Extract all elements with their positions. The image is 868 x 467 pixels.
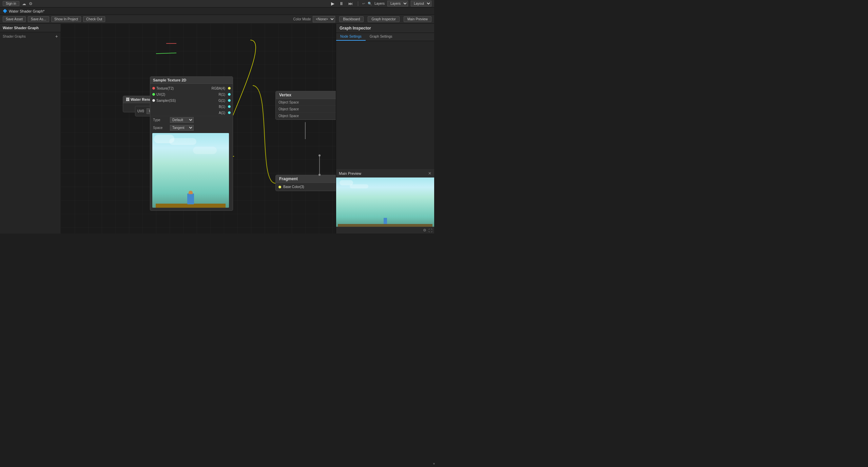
vertex-position-space: Object Space xyxy=(278,100,306,104)
main-preview-image xyxy=(336,178,434,227)
a-output-port xyxy=(228,111,231,114)
layout-dropdown[interactable]: Layout xyxy=(411,1,431,6)
r-output-row: R(1) xyxy=(192,91,233,97)
main-preview-close-icon[interactable]: ✕ xyxy=(428,171,431,176)
gear-icon[interactable]: ⚙ xyxy=(29,1,33,6)
node-settings-tab[interactable]: Node Settings xyxy=(336,33,366,41)
g-output-row: G(1) xyxy=(192,97,233,104)
fragment-node-body: Base Color(3) xyxy=(276,183,336,191)
sample-texture-inputs: Texture(T2) UV(2) Sampler(SS) xyxy=(150,85,192,116)
sample-texture-title: Sample Texture 2D xyxy=(153,78,186,82)
sampler-input-row: Sampler(SS) xyxy=(150,97,192,104)
add-shader-graph-button[interactable]: + xyxy=(55,34,58,39)
sample-texture-body: Texture(T2) UV(2) Sampler(SS) xyxy=(150,84,233,210)
canvas-area[interactable]: 🖼 Water Rende... UV0 UV0 xyxy=(61,24,336,234)
g-output-label: G(1) xyxy=(218,99,225,102)
graph-settings-tab[interactable]: Graph Settings xyxy=(366,33,397,41)
vertex-node[interactable]: Vertex Object Space Position(3) Object S… xyxy=(275,91,336,120)
fragment-base-color-port xyxy=(278,186,281,188)
step-button[interactable]: ⏭ xyxy=(347,1,354,6)
vertex-normal-row: Object Space Normal(3) xyxy=(276,106,336,113)
texture-input-label: Texture(T2) xyxy=(156,87,174,90)
inspector-tabs: Node Settings Graph Settings xyxy=(336,33,434,41)
layers-label: Layers xyxy=(374,2,385,5)
color-mode-label: Color Mode xyxy=(293,17,311,21)
signin-button[interactable]: Sign in xyxy=(3,1,19,6)
space-dropdown[interactable]: Tangent xyxy=(170,125,194,131)
preview-toolbar: ⚙ ⛶ xyxy=(336,227,434,234)
check-out-button[interactable]: Check Out xyxy=(83,16,105,22)
main-layout: Water Shader Graph Shader Graphs + ▼ 🖼 W xyxy=(0,24,434,234)
graph-inspector-button[interactable]: Graph Inspector xyxy=(368,16,400,22)
vertex-tangent-space: Object Space xyxy=(278,114,306,118)
preview-mini-character xyxy=(384,218,387,224)
fragment-node[interactable]: Fragment Base Color(3) xyxy=(275,175,336,191)
fragment-base-color-label: Base Color(3) xyxy=(283,185,304,189)
top-bar: Sign in ☁ ⚙ ▶ ⏸ ⏭ ↩ 🔍 Layers Layers Layo… xyxy=(0,0,434,7)
save-as-button[interactable]: Save As... xyxy=(28,16,49,22)
save-asset-button[interactable]: Save Asset xyxy=(3,16,26,22)
g-output-port xyxy=(228,99,231,102)
b-output-row: B(1) xyxy=(192,104,233,110)
r-output-port xyxy=(228,93,231,96)
rgba-output-port xyxy=(228,87,231,90)
vertex-node-header: Vertex xyxy=(276,91,336,99)
preview-ground xyxy=(338,224,432,227)
cloud-2 xyxy=(169,138,196,145)
toolbar: Save Asset Save As... Show In Project Ch… xyxy=(0,15,434,24)
left-panel-list xyxy=(0,40,61,234)
fragment-node-header: Fragment xyxy=(276,175,336,183)
search-icon: 🔍 xyxy=(368,2,372,5)
texture-input-port xyxy=(152,87,155,90)
uv-input-port xyxy=(152,93,155,96)
rgba-output-label: RGBA(4) xyxy=(211,87,225,90)
b-output-port xyxy=(228,105,231,108)
main-preview-title: Main Preview xyxy=(339,171,361,175)
vertex-normal-space: Object Space xyxy=(278,107,306,111)
uv-input-row: UV(2) xyxy=(150,91,192,97)
main-preview-button[interactable]: Main Preview xyxy=(404,16,431,22)
inspector-content xyxy=(336,41,434,169)
sample-texture-outputs: RGBA(4) R(1) G(1) B(1) xyxy=(192,85,233,116)
fragment-base-color-row: Base Color(3) xyxy=(276,183,336,191)
blackboard-button[interactable]: Blackboard xyxy=(339,16,364,22)
layers-dropdown[interactable]: Layers xyxy=(387,1,408,6)
show-in-project-button[interactable]: Show In Project xyxy=(51,16,81,22)
right-panel: Graph Inspector Node Settings Graph Sett… xyxy=(336,24,434,234)
preview-settings-icon[interactable]: ⚙ xyxy=(423,228,426,232)
vertex-position-row: Object Space Position(3) xyxy=(276,99,336,106)
sample-texture-header: Sample Texture 2D xyxy=(150,77,233,84)
main-preview-panel: Main Preview ✕ ⚙ ⛶ xyxy=(336,169,434,234)
left-panel: Water Shader Graph Shader Graphs + ▼ xyxy=(0,24,61,234)
top-bar-right: ▶ ⏸ ⏭ ↩ 🔍 Layers Layers Layout xyxy=(330,1,431,6)
a-output-label: A(1) xyxy=(219,111,225,115)
undo-icon: ↩ xyxy=(362,2,365,5)
uv-input-label: UV(2) xyxy=(156,93,165,96)
svg-point-4 xyxy=(319,154,321,156)
shader-graphs-row: Shader Graphs + xyxy=(0,32,61,40)
pause-button[interactable]: ⏸ xyxy=(338,1,345,6)
type-row: Type Default xyxy=(150,116,233,124)
shader-graphs-label: Shader Graphs xyxy=(3,35,26,38)
sample-texture-node[interactable]: Sample Texture 2D Texture(T2) UV(2) xyxy=(150,76,233,211)
preview-cloud-2 xyxy=(350,184,368,188)
space-row: Space Tangent xyxy=(150,124,233,132)
window-title: Water Shader Graph* xyxy=(9,9,44,13)
main-preview-header: Main Preview ✕ xyxy=(336,170,434,178)
space-label: Space xyxy=(153,126,170,130)
type-dropdown[interactable]: Default xyxy=(170,117,194,123)
play-button[interactable]: ▶ xyxy=(330,1,335,6)
texture-input-row: Texture(T2) xyxy=(150,85,192,91)
preview-expand-icon[interactable]: ⛶ xyxy=(428,228,432,232)
type-label: Type xyxy=(153,118,170,122)
cloud-3 xyxy=(193,147,217,154)
color-mode-dropdown[interactable]: <None> xyxy=(313,16,335,22)
node-preview xyxy=(152,133,229,208)
sample-texture-ports: Texture(T2) UV(2) Sampler(SS) xyxy=(150,85,233,116)
b-output-label: B(1) xyxy=(219,105,225,109)
rgba-output-row: RGBA(4) xyxy=(192,85,233,91)
sampler-input-port xyxy=(152,99,155,102)
cloud-icon[interactable]: ☁ xyxy=(22,1,26,6)
vertex-tangent-row: Object Space Tangent(3) xyxy=(276,113,336,119)
r-output-label: R(1) xyxy=(219,93,225,96)
